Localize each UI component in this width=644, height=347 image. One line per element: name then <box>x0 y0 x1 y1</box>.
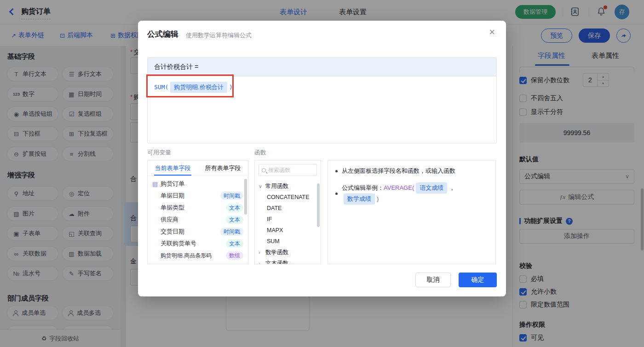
function-item[interactable]: SUM <box>255 236 321 247</box>
chevron-down-icon: ∨ <box>259 183 263 189</box>
function-group-math[interactable]: ›数学函数 <box>255 247 321 258</box>
function-group-text[interactable]: ›文本函数 <box>255 258 321 264</box>
variable-row[interactable]: 单据类型文本 <box>148 202 248 214</box>
chevron-right-icon: › <box>259 250 263 255</box>
function-group-common[interactable]: ∨常用函数 <box>255 181 321 192</box>
function-item[interactable]: CONCATENATE <box>255 192 321 203</box>
type-badge: 文本 <box>226 204 243 212</box>
type-badge: 文本 <box>226 216 243 224</box>
confirm-button[interactable]: 确定 <box>459 273 497 287</box>
variable-tree-root[interactable]: ▤ 购货订单 <box>148 178 248 190</box>
function-item[interactable]: DATE <box>255 203 321 214</box>
tab-current-form-fields[interactable]: 当前表单字段 <box>148 160 198 176</box>
example-field-chip: 语文成绩 <box>416 182 447 193</box>
variable-row[interactable]: 关联购货单号文本 <box>148 238 248 250</box>
variables-scrollbar[interactable] <box>244 179 247 215</box>
variable-row[interactable]: 购货明细.商品条形码数组 <box>148 250 248 262</box>
close-icon[interactable]: × <box>489 27 495 37</box>
help-tip-1: 从左侧面板选择字段名和函数，或输入函数 <box>335 167 488 175</box>
form-designer-app: 购货订单 表单设计 表单设置 数据管理 存 ↗ 表单外链 ⊡ 后端脚本 ⊞ 数据… <box>0 0 644 347</box>
bullet-icon <box>335 170 338 172</box>
variables-tabs: 当前表单字段 所有表单字段 <box>148 160 248 176</box>
variable-row[interactable]: 供应商文本 <box>148 214 248 226</box>
type-badge: 时间戳 <box>220 192 243 200</box>
field-chip[interactable]: 购货明细.价税合计 <box>170 82 227 93</box>
type-badge: 文本 <box>226 239 243 248</box>
help-tip-2: 公式编辑举例：AVERAGE(语文成绩，数学成绩) <box>335 182 488 205</box>
chevron-right-icon: › <box>259 261 263 264</box>
formula-input[interactable]: SUM(购货明细.价税合计) <box>148 76 496 98</box>
dialog-title: 公式编辑 <box>147 29 178 40</box>
cancel-button[interactable]: 取消 <box>415 273 451 287</box>
variables-label: 可用变量 <box>147 148 171 157</box>
variable-row[interactable]: 交货日期时间戳 <box>148 226 248 238</box>
search-icon <box>262 168 266 172</box>
example-field-chip: 数学成绩 <box>344 193 375 205</box>
function-item[interactable]: IF <box>255 214 321 225</box>
functions-panel: ∨常用函数 CONCATENATE DATE IF MAPX SUM ›数学函数… <box>254 160 321 264</box>
variable-row[interactable]: 单据日期时间戳 <box>148 190 248 202</box>
search-input[interactable] <box>268 167 314 173</box>
type-badge: 时间戳 <box>220 228 243 236</box>
variables-panel: 当前表单字段 所有表单字段 ▤ 购货订单 单据日期时间戳 单据类型文本 供应商文… <box>147 160 248 264</box>
formula-function-close: ) <box>229 84 233 91</box>
function-item[interactable]: MAPX <box>255 225 321 236</box>
function-search <box>259 164 317 176</box>
form-doc-icon: ▤ <box>152 181 158 188</box>
formula-edit-dialog: 公式编辑 使用数学运算符编辑公式 × 合计价税合计 = SUM(购货明细.价税合… <box>138 21 506 296</box>
functions-scrollbar[interactable] <box>317 183 320 227</box>
type-badge: 数组 <box>226 251 243 260</box>
formula-target: 合计价税合计 = <box>148 58 496 76</box>
formula-function-open: SUM( <box>154 84 168 91</box>
formula-editor: 合计价税合计 = SUM(购货明细.价税合计) <box>147 57 497 143</box>
bullet-icon <box>335 193 338 195</box>
example-function-name: AVERAGE( <box>384 184 414 191</box>
tab-all-form-fields[interactable]: 所有表单字段 <box>198 160 248 176</box>
dialog-subtitle: 使用数学运算符编辑公式 <box>186 31 252 40</box>
functions-label: 函数 <box>254 148 266 157</box>
help-panel: 从左侧面板选择字段名和函数，或输入函数 公式编辑举例：AVERAGE(语文成绩，… <box>328 160 496 264</box>
